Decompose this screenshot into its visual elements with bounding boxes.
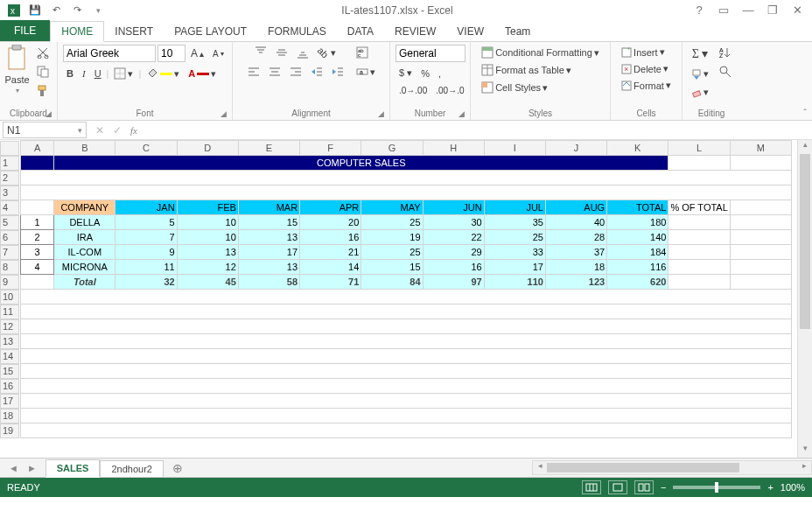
table-row[interactable]: 9Total324558718497110123620	[0, 275, 792, 290]
sheet-tab-2ndhour2[interactable]: 2ndhour2	[100, 460, 164, 477]
number-format-select[interactable]	[396, 45, 466, 62]
normal-view-button[interactable]	[582, 480, 601, 494]
font-size-select[interactable]	[158, 45, 186, 62]
table-row[interactable]: 14	[0, 349, 792, 364]
table-row[interactable]: 51DELLA510152025303540180	[0, 215, 792, 230]
comma-button[interactable]: ,	[435, 66, 444, 80]
col-header[interactable]: I	[484, 141, 545, 156]
table-row[interactable]: 2	[0, 171, 792, 186]
col-header[interactable]: A	[20, 141, 53, 156]
decrease-font-button[interactable]: A▾	[209, 47, 228, 60]
save-icon[interactable]: 💾	[28, 4, 42, 18]
align-bottom-button[interactable]	[293, 45, 312, 60]
table-row[interactable]: 62IRA710131619222528140	[0, 230, 792, 245]
fx-icon[interactable]: fx	[130, 125, 143, 136]
tab-file[interactable]: FILE	[0, 20, 50, 41]
page-layout-view-button[interactable]	[608, 480, 627, 494]
table-row[interactable]: 17	[0, 394, 792, 409]
zoom-level[interactable]: 100%	[780, 482, 805, 493]
table-row[interactable]: 10	[0, 290, 792, 304]
table-row[interactable]: 15	[0, 364, 792, 379]
cancel-formula-icon[interactable]: ✕	[95, 124, 104, 136]
increase-decimal-button[interactable]: .0→.00	[396, 84, 430, 97]
zoom-in-button[interactable]: +	[767, 482, 773, 493]
scroll-left-icon[interactable]: ◂	[533, 461, 547, 474]
undo-icon[interactable]: ↶	[49, 4, 63, 18]
tab-view[interactable]: VIEW	[446, 22, 494, 41]
scrollbar-thumb[interactable]	[547, 463, 739, 472]
paste-button[interactable]: Paste ▾	[4, 45, 29, 94]
align-right-button[interactable]	[286, 64, 305, 80]
insert-cells-button[interactable]: +Insert ▾	[618, 45, 668, 60]
conditional-formatting-button[interactable]: Conditional Formatting ▾	[478, 45, 603, 60]
accounting-button[interactable]: $ ▾	[396, 66, 416, 80]
col-header[interactable]: M	[730, 141, 791, 156]
vertical-scrollbar[interactable]: ▴ ▾	[797, 140, 812, 458]
find-select-button[interactable]	[716, 64, 735, 80]
align-center-button[interactable]	[265, 64, 284, 80]
tab-home[interactable]: HOME	[50, 21, 104, 42]
format-cells-button[interactable]: Format ▾	[618, 78, 675, 93]
table-row[interactable]: 11	[0, 304, 792, 319]
align-top-button[interactable]	[251, 45, 270, 60]
tab-review[interactable]: REVIEW	[384, 22, 446, 41]
formula-input[interactable]	[143, 122, 812, 138]
table-row[interactable]: 16	[0, 379, 792, 394]
col-header[interactable]: E	[238, 141, 299, 156]
scroll-down-icon[interactable]: ▾	[798, 444, 812, 458]
align-left-button[interactable]	[244, 64, 263, 80]
table-row[interactable]: 3	[0, 186, 792, 200]
autosum-button[interactable]: Σ ▾	[689, 45, 712, 63]
fill-color-button[interactable]: ▾	[143, 66, 183, 81]
name-box[interactable]: N1▾	[3, 122, 87, 138]
orientation-button[interactable]: ab▾	[314, 46, 339, 60]
fill-button[interactable]: ▾	[688, 66, 712, 81]
dialog-launcher-icon[interactable]: ◢	[458, 109, 465, 118]
table-row[interactable]: 12	[0, 319, 792, 334]
cell-styles-button[interactable]: Cell Styles ▾	[478, 80, 551, 95]
scroll-up-icon[interactable]: ▴	[798, 140, 812, 154]
col-header[interactable]: G	[361, 141, 423, 156]
merge-center-button[interactable]: a▾	[353, 64, 379, 80]
copy-button[interactable]	[33, 64, 52, 80]
help-icon[interactable]: ?	[690, 3, 709, 18]
sheet-tab-sales[interactable]: SALES	[46, 459, 101, 478]
redo-icon[interactable]: ↷	[70, 4, 84, 18]
col-header[interactable]: K	[607, 141, 668, 156]
table-row[interactable]: 13	[0, 334, 792, 349]
select-all-button[interactable]	[0, 141, 19, 156]
border-button[interactable]: ▾	[110, 66, 136, 81]
format-painter-button[interactable]	[33, 83, 52, 99]
tab-insert[interactable]: INSERT	[104, 22, 164, 41]
enter-formula-icon[interactable]: ✓	[113, 124, 122, 136]
close-icon[interactable]: ✕	[788, 3, 807, 18]
increase-indent-button[interactable]	[328, 64, 347, 80]
table-row[interactable]: 19	[0, 424, 792, 438]
decrease-decimal-button[interactable]: .00→.0	[432, 84, 467, 97]
table-row[interactable]: 4 COMPANY JANFEBMARAPRMAYJUNJULAUGTOTAL …	[0, 200, 792, 215]
dialog-launcher-icon[interactable]: ◢	[220, 109, 227, 118]
col-header[interactable]: D	[177, 141, 238, 156]
cut-button[interactable]	[33, 45, 52, 60]
format-as-table-button[interactable]: Format as Table ▾	[478, 62, 575, 78]
percent-button[interactable]: %	[417, 66, 433, 80]
font-color-button[interactable]: A▾	[185, 66, 220, 81]
table-row[interactable]: 84MICRONA1112131415161718116	[0, 260, 792, 275]
chevron-down-icon[interactable]: ▾	[78, 126, 82, 135]
zoom-out-button[interactable]: −	[661, 482, 666, 493]
scroll-right-icon[interactable]: ▸	[797, 461, 811, 474]
column-headers[interactable]: A B C D E F G H I J K L M	[0, 141, 792, 156]
increase-font-button[interactable]: A▴	[187, 46, 207, 61]
sheet-nav[interactable]: ◄►	[0, 463, 46, 473]
scrollbar-thumb[interactable]	[800, 154, 810, 329]
horizontal-scrollbar[interactable]: ◂ ▸	[532, 460, 812, 475]
dialog-launcher-icon[interactable]: ◢	[46, 109, 52, 118]
ribbon-options-icon[interactable]: ▭	[714, 3, 733, 18]
tab-team[interactable]: Team	[494, 22, 541, 41]
wrap-text-button[interactable]: abc	[353, 45, 372, 60]
col-header[interactable]: F	[300, 141, 361, 156]
clear-button[interactable]: ▾	[688, 85, 712, 100]
col-header[interactable]: L	[668, 141, 730, 156]
zoom-slider[interactable]	[673, 486, 760, 489]
col-header[interactable]: B	[54, 141, 116, 156]
